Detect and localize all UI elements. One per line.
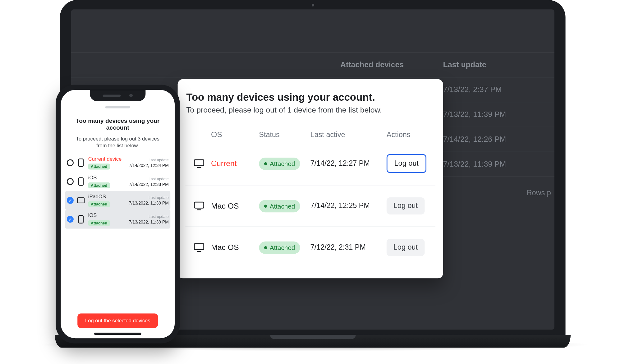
column-last-update: Last update: [443, 60, 546, 69]
too-many-devices-modal-desktop: Too many devices using your account. To …: [178, 79, 443, 278]
home-indicator-icon[interactable]: [94, 333, 141, 335]
device-os: iOS: [88, 175, 126, 181]
monitor-icon: [187, 243, 211, 252]
status-badge: Attached: [259, 241, 300, 254]
last-update-value: 7/14/22, 12:26 PM: [443, 135, 546, 144]
device-row[interactable]: iOS Attached Last update 7/13/2022, 11:3…: [65, 210, 170, 229]
last-update-value: 7/14/2022, 12:34 PM: [129, 163, 169, 168]
monitor-icon: [187, 159, 211, 168]
column-status: Status: [259, 130, 310, 139]
svg-rect-4: [79, 178, 83, 186]
svg-rect-0: [194, 160, 204, 166]
status-badge: Attached: [259, 200, 300, 212]
device-row[interactable]: iPadOS Attached Last update 7/13/2022, 1…: [65, 191, 170, 210]
select-checkbox[interactable]: [67, 159, 74, 166]
select-checkbox[interactable]: [67, 197, 74, 204]
status-badge: Attached: [88, 201, 110, 207]
last-update-label: Last update: [129, 196, 169, 200]
status-badge: Attached: [88, 164, 110, 170]
svg-rect-5: [77, 198, 84, 203]
svg-rect-6: [79, 215, 83, 223]
device-row[interactable]: Current device Attached Last update 7/14…: [65, 154, 170, 173]
device-os: iPadOS: [88, 194, 126, 200]
status-badge: Attached: [259, 157, 300, 170]
last-update-value: 7/14/2022, 12:33 PM: [129, 182, 169, 187]
svg-rect-3: [79, 159, 83, 167]
modal-title: Too many devices using your account: [67, 117, 169, 131]
phone-notch: [90, 90, 145, 101]
column-os: OS: [211, 130, 259, 139]
status-badge: Attached: [88, 182, 110, 188]
device-status: Attached: [259, 200, 310, 212]
column-actions: Actions: [387, 130, 434, 139]
device-row: Mac OS Attached 7/12/22, 2:31 PM Log out: [185, 227, 435, 268]
logout-button[interactable]: Log out: [387, 197, 425, 214]
device-status: Attached: [259, 241, 310, 254]
last-update-value: 7/13/22, 11:39 PM: [443, 110, 546, 119]
device-row: Current Attached 7/14/22, 12:27 PM Log o…: [185, 142, 435, 185]
last-update-value: 7/13/2022, 11:39 PM: [129, 219, 169, 224]
last-update-label: Last update: [129, 214, 169, 219]
last-update-value: 7/13/22, 11:39 PM: [443, 160, 546, 169]
background-table-header: Attached devices Last update: [71, 52, 554, 77]
phone-speaker-icon: [103, 94, 121, 97]
phone-device-icon: [77, 215, 85, 224]
select-checkbox[interactable]: [67, 178, 74, 185]
phone-camera-icon: [129, 94, 133, 97]
phone-screen: Too many devices using your account To p…: [61, 90, 175, 338]
device-status: Attached: [259, 157, 310, 170]
logout-selected-button[interactable]: Log out the selected devices: [77, 313, 158, 328]
status-badge: Attached: [88, 220, 110, 226]
device-row: Mac OS Attached 7/14/22, 12:25 PM Log ou…: [185, 185, 435, 227]
device-last-active: 7/12/22, 2:31 PM: [310, 243, 387, 252]
logout-button[interactable]: Log out: [387, 239, 425, 256]
select-checkbox[interactable]: [67, 216, 74, 223]
device-os: Current device: [88, 156, 126, 162]
column-attached-devices: Attached devices: [340, 60, 443, 69]
phone-frame: Too many devices using your account To p…: [56, 85, 180, 343]
phone-device-icon: [77, 177, 85, 186]
last-update-value: 7/13/2022, 11:39 PM: [129, 201, 169, 205]
phone-device-icon: [77, 159, 85, 167]
svg-rect-1: [194, 202, 204, 208]
last-update-label: Last update: [129, 158, 169, 162]
modal-title: Too many devices using your account.: [186, 91, 435, 103]
modal-subtitle: To proceed, please log out 3 devices fro…: [72, 135, 163, 149]
device-table-header: OS Status Last active Actions: [185, 122, 435, 142]
monitor-icon: [187, 201, 211, 210]
svg-rect-2: [194, 244, 204, 250]
device-os: Mac OS: [211, 243, 259, 252]
logout-button[interactable]: Log out: [387, 154, 426, 173]
modal-subtitle: To proceed, please log out of 1 device f…: [186, 106, 435, 115]
column-last-active: Last active: [310, 130, 387, 139]
laptop-camera-icon: [311, 4, 314, 6]
device-table: OS Status Last active Actions Current At…: [185, 122, 435, 268]
last-update-label: Last update: [129, 177, 169, 181]
sheet-handle-icon[interactable]: [105, 106, 130, 108]
rows-per-page-label: Rows p: [527, 189, 554, 197]
device-os: Current: [211, 159, 259, 168]
tablet-device-icon: [77, 197, 85, 203]
device-row[interactable]: iOS Attached Last update 7/14/2022, 12:3…: [65, 172, 170, 191]
device-os: iOS: [88, 213, 126, 219]
device-last-active: 7/14/22, 12:25 PM: [310, 202, 387, 210]
too-many-devices-modal-mobile: Too many devices using your account To p…: [61, 114, 175, 338]
device-os: Mac OS: [211, 201, 259, 210]
last-update-value: 7/13/22, 2:37 PM: [443, 85, 546, 94]
device-last-active: 7/14/22, 12:27 PM: [310, 159, 387, 168]
laptop-trackpad-notch: [270, 335, 355, 339]
